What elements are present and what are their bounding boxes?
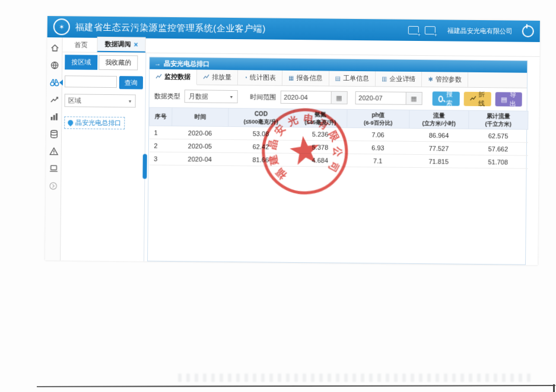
region-tree: 晶安光电总排口: [64, 116, 145, 129]
device-laptop-icon[interactable]: [47, 162, 60, 174]
table-cell: 62.575: [468, 129, 528, 143]
tab-monitor-data[interactable]: 监控数据: [150, 69, 197, 85]
bar-chart-icon[interactable]: [47, 111, 61, 123]
table-cell: 5.378: [293, 141, 347, 154]
date-from-group: ▦: [280, 91, 347, 104]
table-cell: 57.662: [468, 142, 528, 156]
query-button[interactable]: 查询: [119, 76, 143, 89]
tab-my-favorites[interactable]: 我收藏的: [99, 55, 138, 71]
table-cell: 7.1: [347, 154, 409, 168]
export-button[interactable]: ▤ 导出: [495, 92, 522, 106]
nav-tab-home[interactable]: 首页: [67, 38, 94, 52]
table-cell: 71.815: [409, 155, 468, 168]
grid-icon: ▦: [288, 75, 294, 81]
monitor-data-table: 序号 时间 COD(≤500毫克/升) 氨氮(≤45毫克/升) ph值(6-9百…: [149, 107, 529, 170]
binoculars-icon[interactable]: [47, 77, 61, 88]
filter-bar: 数据类型 月数据 ▼ 时间范围 ▦: [150, 85, 527, 111]
col-cumulative-flow[interactable]: 累计流量(千立方米): [469, 110, 528, 129]
region-search-input[interactable]: [65, 75, 117, 88]
window-shortcut-icon-2[interactable]: [425, 26, 436, 34]
icon-rail: [45, 37, 63, 260]
data-type-select[interactable]: 月数据 ▼: [185, 90, 238, 103]
tab-label: 报备信息: [296, 74, 322, 82]
chevron-down-icon: ▼: [229, 94, 233, 98]
calendar-icon[interactable]: ▦: [331, 91, 347, 104]
tab-report-info[interactable]: ▦ 报备信息: [282, 71, 329, 86]
tab-statistics[interactable]: ◔ 统计图表: [238, 70, 282, 85]
panel-collapse-handle[interactable]: [142, 154, 147, 179]
scan-corner-edge: [553, 384, 555, 392]
nav-tab-data-review-label: 数据调阅: [104, 40, 131, 49]
tab-work-order[interactable]: ▤ 工单信息: [329, 71, 376, 87]
search-icon: [438, 95, 443, 102]
chart-line-icon: [469, 95, 476, 103]
search-button[interactable]: 搜索: [432, 91, 459, 106]
home-icon[interactable]: [48, 42, 61, 54]
date-to-input[interactable]: [355, 91, 405, 105]
panel-title: 晶安光电总排口: [164, 59, 209, 68]
tab-label: 工单信息: [343, 74, 369, 83]
window-shortcut-icon-1[interactable]: [408, 26, 419, 34]
tree-item-label: 晶安光电总排口: [75, 118, 121, 128]
scanned-page: ✶ 福建省生态云污染源监控管理系统(企业客户端) 福建晶安光电有限公司: [0, 0, 556, 392]
scan-smudge: [178, 374, 534, 382]
tab-label: 监控数据: [164, 72, 190, 81]
nav-tab-data-review[interactable]: 数据调阅 ×: [97, 37, 145, 53]
map-icon[interactable]: [48, 59, 61, 71]
arrow-right-icon: →: [154, 60, 161, 67]
close-tab-icon[interactable]: ×: [134, 40, 138, 49]
water-drop-icon: [66, 119, 74, 127]
collapse-chevron-icon[interactable]: [47, 180, 60, 192]
region-select[interactable]: 区域 ▼: [65, 94, 136, 107]
col-flow[interactable]: 流量(立方米/小时): [409, 110, 469, 129]
database-icon[interactable]: [47, 128, 60, 140]
table-cell: 3: [149, 152, 171, 165]
table-cell: 6.93: [347, 141, 409, 155]
table-cell: 7.06: [347, 128, 409, 142]
time-range-label: 时间范围: [250, 93, 276, 101]
table-cell: 62.42: [228, 140, 293, 154]
nav-tab-home-label: 首页: [74, 41, 87, 48]
document-icon: ▤: [335, 75, 341, 81]
tab-label: 管控参数: [436, 75, 462, 84]
settings-icon: ✱: [428, 77, 433, 82]
alarm-warning-icon[interactable]: [47, 145, 60, 157]
chart-line-icon: [203, 74, 209, 81]
logo-emblem: ✶: [59, 23, 64, 31]
table-cell: 2020-05: [171, 139, 228, 153]
tab-enterprise-detail[interactable]: ▥ 企业详情: [376, 71, 422, 87]
table-cell: 5.236: [294, 128, 347, 141]
calendar-icon[interactable]: ▦: [405, 92, 422, 105]
line-chart-button[interactable]: 折线: [463, 92, 491, 106]
tab-control-params[interactable]: ✱ 管控参数: [422, 72, 468, 87]
table-cell: 2020-06: [172, 126, 228, 140]
table-cell: 53.08: [228, 127, 294, 141]
chevron-down-icon: ▼: [128, 99, 132, 103]
pie-chart-icon: ◔: [244, 75, 247, 81]
col-index[interactable]: 序号: [150, 107, 172, 126]
table-cell: 4.684: [293, 154, 347, 167]
app-logo-icon: ✶: [53, 18, 70, 35]
table-cell: 2: [149, 139, 171, 152]
table-cell: 51.708: [468, 155, 528, 169]
export-button-label: 导出: [510, 90, 516, 108]
col-cod[interactable]: COD(≤500毫克/升): [228, 108, 294, 127]
table-cell: 77.527: [409, 142, 468, 155]
col-ph[interactable]: ph值(6-9百分比): [347, 109, 409, 128]
col-time[interactable]: 时间: [172, 108, 228, 127]
table-cell: 1: [150, 126, 172, 139]
line-chart-icon[interactable]: [47, 94, 61, 106]
tree-item-outlet[interactable]: 晶安光电总排口: [64, 116, 125, 129]
region-select-value: 区域: [68, 96, 81, 105]
col-ammonia[interactable]: 氨氮(≤45毫克/升): [294, 109, 347, 128]
main-area: → 晶安光电总排口 监控数据 排放量: [144, 53, 539, 265]
logout-power-icon[interactable]: [522, 26, 534, 37]
search-button-label: 搜索: [445, 90, 453, 107]
date-from-input[interactable]: [280, 91, 331, 104]
main-panel: → 晶安光电总排口 监控数据 排放量: [147, 57, 528, 265]
table-cell: 86.964: [409, 129, 468, 142]
tab-by-region[interactable]: 按区域: [65, 55, 97, 70]
tab-emissions[interactable]: 排放量: [197, 69, 238, 85]
line-button-label: 折线: [478, 90, 485, 108]
app-title: 福建省生态云污染源监控管理系统(企业客户端): [75, 21, 266, 34]
